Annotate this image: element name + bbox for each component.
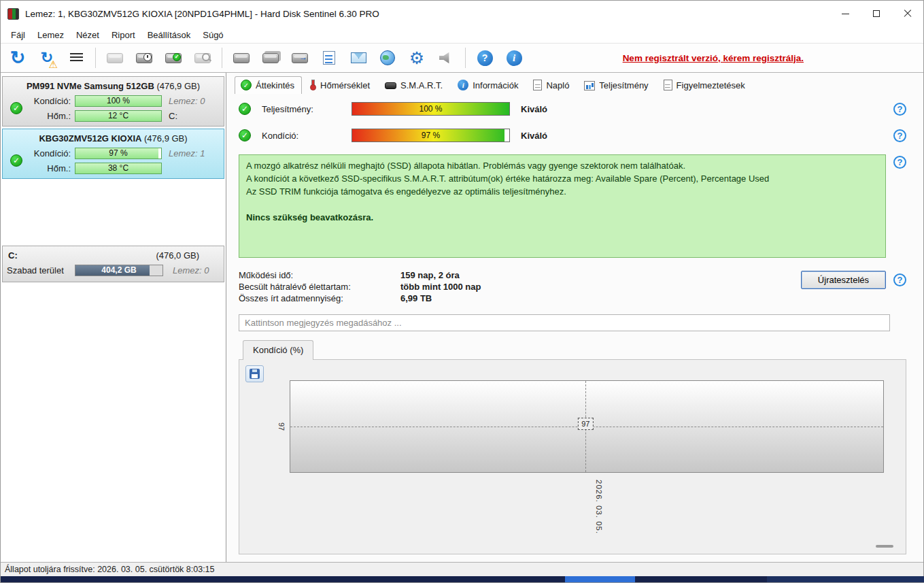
close-button[interactable] <box>892 1 923 27</box>
menu-file[interactable]: Fájl <box>5 29 31 41</box>
toolbar-separator <box>465 48 466 68</box>
info-icon <box>458 80 468 90</box>
tab-alerts[interactable]: Figyelmeztetések <box>657 76 753 94</box>
stat-label: Működési idő: <box>239 270 400 280</box>
chart-y-axis-label: 97 <box>277 422 286 431</box>
performance-label: Teljesítmény: <box>262 104 352 114</box>
chart-tab-condition[interactable]: Kondíció (%) <box>243 340 313 360</box>
disk-plain-icon <box>233 53 250 63</box>
disk-sidebar: PM991 NVMe Samsung 512GB (476,9 GB) Kond… <box>1 73 226 562</box>
health-status-box: A mozgó alkatrész nélküli meghajtó (SSD)… <box>239 154 886 258</box>
status-bar: Állapot utoljára frissítve: 2026. 03. 05… <box>1 562 923 576</box>
performance-rating: Kiváló <box>521 104 547 114</box>
toolbar-separator <box>95 48 96 68</box>
help-icon[interactable] <box>893 273 906 286</box>
toolbar: Nem regisztrált verzió, kérem regisztrál… <box>1 43 923 73</box>
retest-button[interactable]: Újratesztelés <box>801 271 886 289</box>
menu-bar: Fájl Lemez Nézet Riport Beállítások Súgó <box>1 27 923 43</box>
tab-smart[interactable]: S.M.A.R.T. <box>379 77 450 94</box>
minimize-icon <box>842 14 849 14</box>
window-controls <box>829 1 923 27</box>
stat-value: több mint 1000 nap <box>400 282 481 292</box>
drive-letter: C: <box>162 111 221 121</box>
condition-rating: Kiváló <box>521 131 547 141</box>
partition-size: (476,0 GB) <box>156 250 199 261</box>
settings-button[interactable] <box>405 46 428 69</box>
help-icon[interactable] <box>893 103 906 116</box>
tab-log[interactable]: Napló <box>527 76 577 94</box>
tab-overview[interactable]: Áttekintés <box>235 76 302 94</box>
maximize-button[interactable] <box>861 1 892 27</box>
tab-performance[interactable]: Teljesítmény <box>578 77 655 94</box>
maximize-icon <box>873 10 880 17</box>
minimize-button[interactable] <box>829 1 861 27</box>
sound-button[interactable] <box>434 46 458 69</box>
window-title: Lemez: 1, KBG30ZMV512G KIOXIA [20NPD1G4P… <box>25 9 379 19</box>
title-bar: Lemez: 1, KBG30ZMV512G KIOXIA [20NPD1G4P… <box>1 1 923 27</box>
disk-accept-icon <box>165 53 182 63</box>
temperature-bar: 38 °C <box>75 163 162 174</box>
disk-stack-icon <box>262 53 279 63</box>
report-lines-icon <box>70 53 83 63</box>
register-link[interactable]: Nem regisztrált verzió, kérem regisztrál… <box>623 53 804 63</box>
disk-accept-button[interactable] <box>162 46 185 69</box>
network-button[interactable] <box>376 46 399 69</box>
partition-item-c[interactable]: C: (476,0 GB) Szabad terület 404,2 GB Le… <box>2 246 224 282</box>
app-window: Lemez: 1, KBG30ZMV512G KIOXIA [20NPD1G4P… <box>0 0 924 583</box>
tab-label: Áttekintés <box>256 80 294 90</box>
disk-title: KBG30ZMV512G KIOXIA (476,9 GB) <box>5 131 221 147</box>
disk-backup-button[interactable] <box>288 46 311 69</box>
stat-value: 6,99 TB <box>400 293 481 303</box>
refresh-warning-button[interactable] <box>35 46 58 69</box>
disk-icon <box>385 82 396 89</box>
refresh-icon <box>10 49 26 67</box>
disk-arrow-icon <box>292 53 308 63</box>
disk-surface-button[interactable] <box>230 46 253 69</box>
help-icon[interactable] <box>893 129 906 142</box>
tab-label: Teljesítmény <box>599 80 648 90</box>
app-icon <box>7 8 19 20</box>
stat-label: Becsült hátralévő élettartam: <box>239 282 400 292</box>
disk-name: PM991 NVMe Samsung 512GB <box>27 81 154 91</box>
chart-icon <box>584 81 595 90</box>
close-icon <box>904 10 912 18</box>
condition-chart-panel: 97 97 2026. 03. 05. <box>239 359 906 554</box>
chart-tab-label: Kondíció (%) <box>253 345 303 355</box>
save-chart-button[interactable] <box>245 365 264 382</box>
refresh-button[interactable] <box>6 46 29 69</box>
tab-bar: Áttekintés Hőmérséklet S.M.A.R.T. Inform… <box>226 73 923 94</box>
status-ok-icon <box>239 129 251 141</box>
disk-detect-button[interactable] <box>103 46 126 69</box>
taskbar-segment <box>767 576 924 582</box>
disk-item-0[interactable]: PM991 NVMe Samsung 512GB (476,9 GB) Kond… <box>2 76 224 127</box>
temperature-bar: 12 °C <box>75 110 162 122</box>
condition-bar: 100 % <box>75 95 162 107</box>
comment-input[interactable]: Kattintson megjegyzés megadásához ... <box>239 314 890 331</box>
menu-report[interactable]: Riport <box>105 29 141 41</box>
menu-disk[interactable]: Lemez <box>31 29 70 41</box>
disk-stack-button[interactable] <box>259 46 282 69</box>
disk-schedule-button[interactable] <box>133 46 156 69</box>
save-icon <box>250 369 260 379</box>
disk-size: (476,9 GB) <box>144 133 188 144</box>
menu-help[interactable]: Súgó <box>196 29 229 41</box>
status-line: A kondíciót a következő SSD-specifikus S… <box>246 172 878 185</box>
help-button[interactable] <box>473 46 496 69</box>
disk-search-button[interactable] <box>191 46 214 69</box>
mail-button[interactable] <box>347 46 370 69</box>
tab-information[interactable]: Információk <box>451 76 526 94</box>
notes-button[interactable] <box>318 46 341 69</box>
menu-view[interactable]: Nézet <box>70 29 105 41</box>
network-globe-icon <box>380 50 395 65</box>
sound-icon <box>439 52 453 64</box>
menu-settings[interactable]: Beállítások <box>141 29 197 41</box>
status-section: A mozgó alkatrész nélküli meghajtó (SSD)… <box>239 154 906 258</box>
chart-scrollbar[interactable] <box>876 545 893 548</box>
help-icon[interactable] <box>893 156 906 169</box>
tab-temperature[interactable]: Hőmérséklet <box>303 76 377 94</box>
disk-number: Lemez: 0 <box>162 96 221 106</box>
disk-item-1[interactable]: KBG30ZMV512G KIOXIA (476,9 GB) Kondíció:… <box>2 129 224 179</box>
report-button[interactable] <box>65 46 88 69</box>
toolbar-separator <box>222 48 222 68</box>
info-button[interactable] <box>502 46 526 69</box>
